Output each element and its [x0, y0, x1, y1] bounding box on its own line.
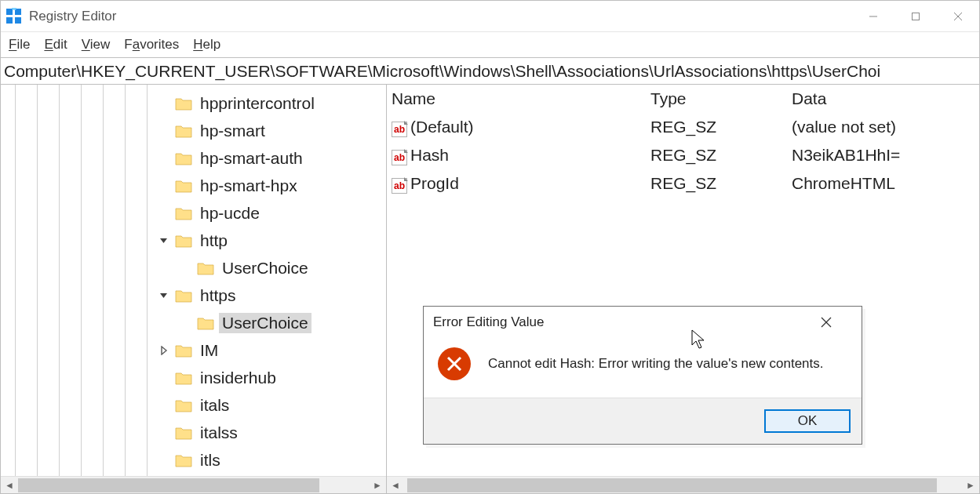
registry-editor-window: Registry Editor File Edit View Favorites… — [0, 0, 980, 494]
values-horizontal-scrollbar[interactable]: ◄ ► — [387, 476, 979, 493]
column-name[interactable]: Name — [392, 89, 650, 108]
chevron-right-icon[interactable] — [159, 346, 173, 355]
folder-icon — [175, 151, 192, 165]
window-title: Registry Editor — [29, 9, 852, 24]
value-data: (value not set) — [792, 118, 979, 136]
value-row[interactable]: ProgIdREG_SZChromeHTML — [392, 169, 979, 198]
titlebar: Registry Editor — [1, 1, 979, 32]
scroll-left-icon[interactable]: ◄ — [387, 477, 404, 494]
svg-rect-0 — [6, 9, 13, 15]
string-value-icon — [392, 150, 407, 165]
scroll-right-icon[interactable]: ► — [962, 477, 979, 494]
tree-item[interactable]: ▸hpprintercontrol — [1, 89, 386, 117]
tree-item[interactable]: ▸hp-smart-auth — [1, 144, 386, 172]
tree-horizontal-scrollbar[interactable]: ◄ ► — [1, 476, 386, 493]
tree-item[interactable]: ▸itals — [1, 391, 386, 419]
folder-icon — [175, 96, 192, 111]
content-area: ▸hpprintercontrol▸hp-smart▸hp-smart-auth… — [1, 85, 979, 493]
value-row[interactable]: HashREG_SZN3eikAB1HhI= — [392, 141, 979, 169]
folder-icon — [175, 289, 192, 303]
menu-help[interactable]: Help — [193, 37, 220, 53]
folder-icon — [175, 426, 192, 440]
value-name: (Default) — [410, 118, 474, 136]
tree-item-label: itls — [197, 450, 224, 470]
menu-view[interactable]: View — [82, 37, 111, 53]
error-dialog: Error Editing Value Cannot edit Hash: Er… — [423, 306, 862, 445]
tree-item[interactable]: ▸italss — [1, 419, 386, 446]
column-data[interactable]: Data — [792, 89, 979, 108]
folder-icon — [197, 261, 214, 275]
dialog-close-button[interactable] — [821, 317, 852, 328]
tree-item[interactable]: https — [1, 282, 386, 309]
tree-item[interactable]: ▸hp-smart — [1, 117, 386, 144]
tree-item-label: IM — [197, 340, 221, 361]
tree-scroll-area[interactable]: ▸hpprintercontrol▸hp-smart▸hp-smart-auth… — [1, 85, 386, 476]
dialog-message: Cannot edit Hash: Error writing the valu… — [488, 356, 824, 372]
folder-icon — [175, 343, 192, 358]
tree-item[interactable]: ▸UserChoice — [1, 309, 386, 336]
value-type: REG_SZ — [650, 174, 792, 193]
tree-item[interactable]: ▸UserChoice — [1, 254, 386, 282]
svg-rect-6 — [913, 13, 920, 20]
svg-rect-3 — [15, 17, 21, 24]
tree-pane: ▸hpprintercontrol▸hp-smart▸hp-smart-auth… — [1, 85, 387, 493]
chevron-down-icon[interactable] — [159, 236, 173, 245]
chevron-none: ▸ — [181, 262, 195, 274]
tree-item-label: hp-smart-auth — [197, 148, 306, 169]
tree-item-label: hp-ucde — [197, 203, 263, 223]
chevron-none: ▸ — [159, 427, 173, 439]
svg-rect-1 — [15, 9, 21, 15]
folder-icon — [175, 398, 192, 412]
folder-icon — [175, 179, 192, 193]
column-type[interactable]: Type — [650, 89, 792, 108]
value-name: Hash — [410, 146, 449, 164]
folder-icon — [175, 206, 192, 220]
tree-item-label: hp-smart-hpx — [197, 176, 301, 196]
tree-item[interactable]: ▸itls — [1, 446, 386, 474]
string-value-icon — [392, 178, 407, 194]
chevron-down-icon[interactable] — [159, 291, 173, 300]
value-data: ChromeHTML — [792, 174, 979, 193]
string-value-icon — [392, 122, 407, 137]
error-icon — [438, 347, 471, 380]
ok-button[interactable]: OK — [764, 409, 851, 433]
scroll-left-icon[interactable]: ◄ — [1, 477, 18, 494]
tree-item-label: hpprintercontrol — [197, 93, 318, 114]
chevron-none: ▸ — [159, 399, 173, 412]
tree-item[interactable]: ▸insiderhub — [1, 364, 386, 391]
folder-icon — [175, 453, 192, 467]
value-row[interactable]: (Default)REG_SZ(value not set) — [392, 113, 979, 141]
tree-item-label: italss — [197, 423, 241, 443]
dialog-title: Error Editing Value — [433, 314, 544, 330]
tree-item[interactable]: ▸hp-smart-hpx — [1, 172, 386, 199]
maximize-button[interactable] — [894, 1, 937, 31]
folder-icon — [197, 316, 214, 330]
chevron-none: ▸ — [159, 152, 173, 165]
chevron-none: ▸ — [159, 454, 173, 467]
menu-file[interactable]: File — [9, 37, 30, 53]
tree-item-label: http — [197, 231, 231, 251]
tree-item[interactable]: ▸hp-ucde — [1, 199, 386, 227]
chevron-none: ▸ — [159, 207, 173, 220]
menu-favorites[interactable]: Favorites — [124, 37, 179, 53]
value-type: REG_SZ — [650, 118, 792, 136]
chevron-none: ▸ — [159, 97, 173, 110]
folder-icon — [175, 371, 192, 385]
tree-item[interactable]: http — [1, 227, 386, 254]
value-type: REG_SZ — [650, 146, 792, 165]
svg-rect-2 — [6, 17, 13, 24]
tree-item[interactable]: IM — [1, 336, 386, 364]
tree-item-label: UserChoice — [219, 258, 311, 278]
folder-icon — [175, 234, 192, 248]
tree-item-label: https — [197, 285, 239, 306]
menu-edit[interactable]: Edit — [44, 37, 67, 53]
tree-item-label: UserChoice — [219, 313, 311, 333]
minimize-button[interactable] — [852, 1, 894, 31]
value-data: N3eikAB1HhI= — [792, 146, 979, 165]
address-bar[interactable]: Computer\HKEY_CURRENT_USER\SOFTWARE\Micr… — [1, 57, 979, 85]
tree-item-label: itals — [197, 395, 232, 416]
chevron-none: ▸ — [181, 317, 195, 329]
scroll-right-icon[interactable]: ► — [369, 477, 386, 494]
chevron-none: ▸ — [159, 372, 173, 384]
close-button[interactable] — [937, 1, 979, 31]
